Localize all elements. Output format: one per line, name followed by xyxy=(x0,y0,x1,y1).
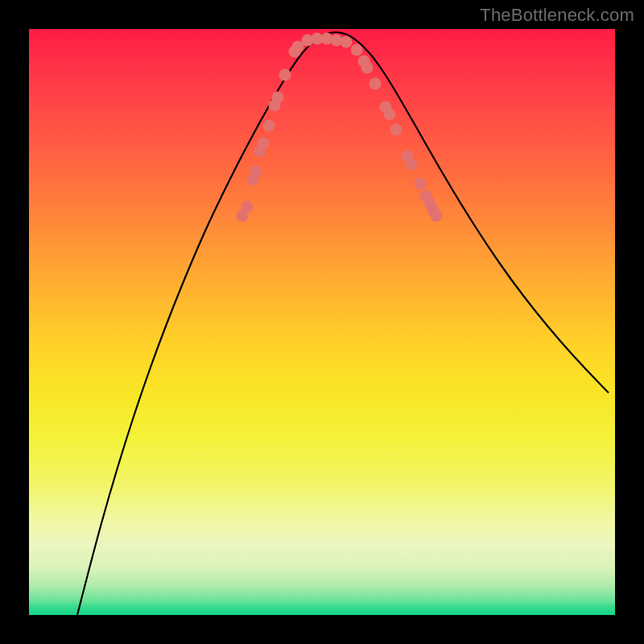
data-point xyxy=(250,166,262,178)
data-point xyxy=(390,124,402,136)
plot-area xyxy=(29,29,615,615)
data-point xyxy=(369,78,382,90)
data-point xyxy=(361,62,374,74)
data-point xyxy=(279,69,291,81)
data-point xyxy=(415,178,427,190)
watermark-text: TheBottleneck.com xyxy=(480,5,634,26)
data-point xyxy=(272,92,284,104)
curve-svg xyxy=(29,29,615,615)
curve-dots xyxy=(237,33,443,222)
data-point xyxy=(263,120,275,132)
data-point xyxy=(406,159,418,171)
data-point xyxy=(258,138,270,150)
data-point xyxy=(341,36,353,48)
data-point xyxy=(351,44,363,56)
data-point xyxy=(242,201,254,213)
data-point xyxy=(384,109,396,121)
bottleneck-curve xyxy=(77,32,609,615)
chart-frame: TheBottleneck.com xyxy=(0,0,644,644)
data-point xyxy=(431,210,443,222)
